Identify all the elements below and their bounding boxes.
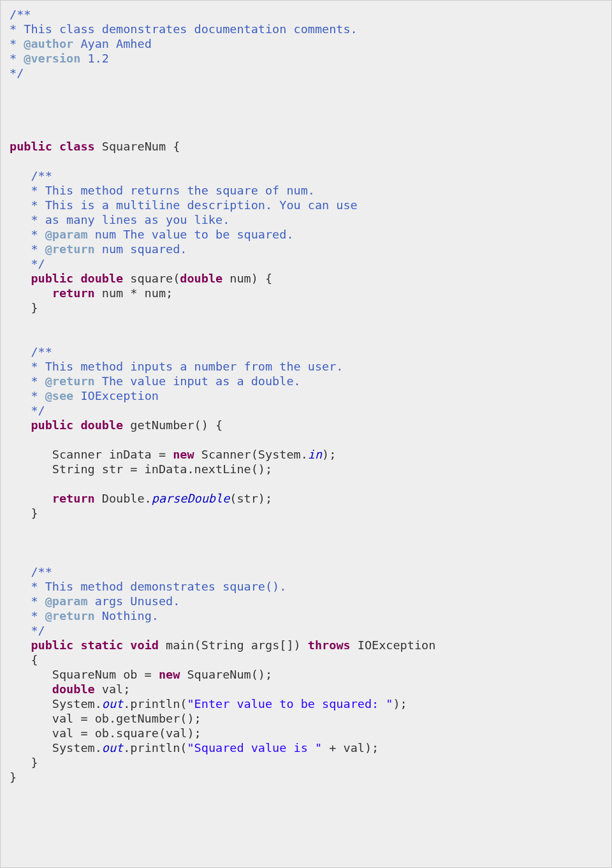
keyword-public: public — [10, 140, 52, 153]
class-decl: SquareNum { — [95, 140, 180, 153]
javadoc-square: /** * This method returns the square of … — [10, 169, 358, 270]
javadoc-getnumber: /** * This method inputs a number from t… — [10, 345, 343, 417]
keyword-class: class — [59, 140, 95, 153]
javadoc-class: /** * This class demonstrates documentat… — [10, 8, 358, 80]
java-code-block: /** * This class demonstrates documentat… — [0, 0, 612, 868]
javadoc-main: /** * This method demonstrates square().… — [10, 565, 286, 637]
